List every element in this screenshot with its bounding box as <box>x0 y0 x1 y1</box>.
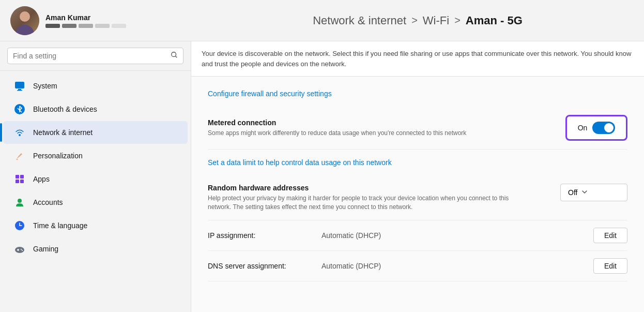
content-area: Your device is discoverable on the netwo… <box>191 41 644 312</box>
user-name: Aman Kumar <box>45 13 126 22</box>
random-hardware-title: Random hardware addresses <box>208 184 550 192</box>
random-hardware-description: Help protect your privacy by making it h… <box>208 194 518 212</box>
sidebar-item-bluetooth[interactable]: Bluetooth & devices <box>3 98 188 121</box>
sidebar-label-personalization: Personalization <box>33 152 83 160</box>
svg-rect-9 <box>16 180 19 183</box>
controller-icon <box>13 243 26 255</box>
dns-edit-button[interactable]: Edit <box>593 258 627 274</box>
clock-icon <box>13 219 26 232</box>
sidebar-label-gaming: Gaming <box>33 245 58 253</box>
user-progress-bar <box>45 24 126 28</box>
svg-rect-7 <box>16 175 19 179</box>
svg-point-15 <box>15 247 24 253</box>
description-banner: Your device is discoverable on the netwo… <box>191 41 644 77</box>
toggle-on-label: On <box>578 124 588 132</box>
breadcrumb-sep1: > <box>411 14 418 26</box>
ip-assignment-label: IP assignment: <box>208 231 311 240</box>
random-hardware-info: Random hardware addresses Help protect y… <box>208 184 550 212</box>
search-icon <box>171 51 178 61</box>
bar-segment-1 <box>45 24 60 28</box>
svg-rect-8 <box>20 175 24 179</box>
chevron-down-icon <box>581 188 588 197</box>
sidebar-label-time: Time & language <box>33 221 87 230</box>
metered-connection-info: Metered connection Some apps might work … <box>208 118 555 138</box>
bar-segment-2 <box>62 24 76 28</box>
ip-edit-button[interactable]: Edit <box>593 228 627 243</box>
user-section: Aman Kumar <box>10 6 202 35</box>
ip-assignment-row: IP assignment: Automatic (DHCP) Edit <box>208 220 627 251</box>
top-header: Aman Kumar Network & internet > Wi-Fi > … <box>0 0 644 41</box>
breadcrumb-wifi: Wi-Fi <box>423 14 449 27</box>
sidebar-label-accounts: Accounts <box>33 198 63 206</box>
svg-rect-2 <box>15 82 24 88</box>
dns-assignment-row: DNS server assignment: Automatic (DHCP) … <box>208 251 627 281</box>
bar-segment-5 <box>112 24 126 28</box>
sidebar-item-accounts[interactable]: Accounts <box>3 191 188 214</box>
svg-point-19 <box>22 250 23 251</box>
search-input[interactable] <box>13 52 166 60</box>
breadcrumb-network: Network & internet <box>313 14 406 27</box>
metered-connection-description: Some apps might work differently to redu… <box>208 129 518 138</box>
svg-rect-3 <box>18 89 21 90</box>
breadcrumb-sep2: > <box>454 14 461 26</box>
metered-toggle[interactable] <box>592 122 615 134</box>
apps-icon <box>13 173 26 185</box>
wifi-icon <box>13 126 26 139</box>
sidebar-item-apps[interactable]: Apps <box>3 168 188 190</box>
data-limit-link[interactable]: Set a data limit to help control data us… <box>208 158 392 167</box>
svg-point-18 <box>21 249 22 250</box>
metered-toggle-container[interactable]: On <box>565 115 627 141</box>
breadcrumb: Network & internet > Wi-Fi > Aman - 5G <box>202 14 634 27</box>
nav-items: System Bluetooth & devices <box>0 71 191 312</box>
svg-rect-4 <box>17 90 22 91</box>
sidebar-label-bluetooth: Bluetooth & devices <box>33 105 97 113</box>
metered-connection-title: Metered connection <box>208 118 555 127</box>
data-limit-link-section: Set a data limit to help control data us… <box>208 150 627 175</box>
main-layout: System Bluetooth & devices <box>0 41 644 312</box>
svg-point-11 <box>18 199 22 203</box>
bar-segment-3 <box>79 24 93 28</box>
random-hardware-row: Random hardware addresses Help protect y… <box>208 175 627 220</box>
user-info: Aman Kumar <box>45 13 126 28</box>
sidebar-item-personalization[interactable]: Personalization <box>3 144 188 167</box>
sidebar-label-apps: Apps <box>33 175 50 183</box>
sidebar: System Bluetooth & devices <box>0 41 191 312</box>
sidebar-label-system: System <box>33 82 57 90</box>
dropdown-value: Off <box>568 188 577 197</box>
person-icon <box>13 196 26 209</box>
random-hardware-dropdown[interactable]: Off <box>560 184 627 201</box>
content-inner: Configure firewall and security settings… <box>191 87 644 298</box>
svg-rect-10 <box>20 180 24 183</box>
network-description: Your device is discoverable on the netwo… <box>202 49 634 69</box>
sidebar-item-network[interactable]: Network & internet <box>3 121 188 144</box>
toggle-track <box>592 122 615 134</box>
metered-connection-row: Metered connection Some apps might work … <box>208 107 627 150</box>
svg-point-6 <box>19 134 21 136</box>
dns-assignment-label: DNS server assignment: <box>208 262 311 270</box>
configure-firewall-link[interactable]: Configure firewall and security settings <box>208 90 332 98</box>
avatar <box>10 6 39 35</box>
monitor-icon <box>13 80 26 92</box>
search-container <box>0 41 191 71</box>
search-box[interactable] <box>7 48 183 64</box>
toggle-thumb <box>604 123 614 132</box>
breadcrumb-ssid: Aman - 5G <box>466 14 523 27</box>
svg-line-1 <box>175 56 177 57</box>
configure-link-section: Configure firewall and security settings <box>208 87 627 107</box>
dns-assignment-value: Automatic (DHCP) <box>321 262 583 270</box>
bluetooth-icon <box>13 103 26 115</box>
sidebar-item-system[interactable]: System <box>3 75 188 97</box>
sidebar-item-time[interactable]: Time & language <box>3 214 188 237</box>
ip-assignment-value: Automatic (DHCP) <box>321 231 583 240</box>
sidebar-label-network: Network & internet <box>33 128 93 137</box>
sidebar-item-gaming[interactable]: Gaming <box>3 237 188 260</box>
bar-segment-4 <box>95 24 110 28</box>
brush-icon <box>13 150 26 162</box>
